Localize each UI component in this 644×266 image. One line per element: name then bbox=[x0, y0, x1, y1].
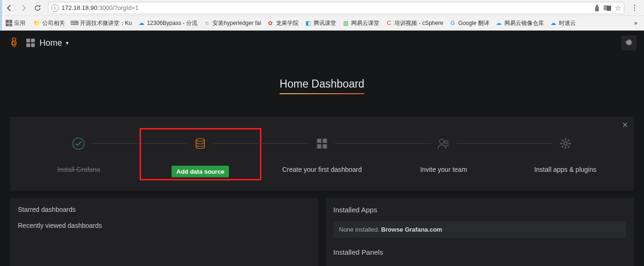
bookmark-label: 网易云课堂 bbox=[351, 19, 379, 27]
bookmark-favicon: ⎋ bbox=[203, 19, 211, 27]
svg-line-28 bbox=[566, 145, 568, 146]
step-label: Install apps & plugins bbox=[534, 166, 596, 173]
translate-icon[interactable] bbox=[604, 5, 611, 11]
bookmark-item[interactable]: ⎋安装hyperledger fal bbox=[200, 19, 264, 27]
apps-button[interactable]: 应用 bbox=[3, 19, 28, 27]
bookmark-item[interactable]: ☁12306Bypass - 分流 bbox=[135, 19, 200, 27]
bookmark-label: 时速云 bbox=[559, 19, 576, 27]
breadcrumb-title: Home bbox=[39, 38, 62, 48]
svg-point-4 bbox=[73, 138, 84, 149]
svg-point-2 bbox=[12, 42, 16, 45]
getting-started-panel: ✕ Install Grafana bbox=[10, 117, 634, 191]
svg-rect-9 bbox=[322, 145, 327, 149]
saved-pw-icon[interactable] bbox=[594, 5, 600, 11]
bookmark-item[interactable]: GGoogle 翻译 bbox=[446, 19, 492, 27]
step-invite-team[interactable]: Invite your team bbox=[383, 131, 504, 177]
bookmark-label: 腾讯课堂 bbox=[314, 19, 336, 27]
step-label: Install Grafana bbox=[57, 166, 100, 173]
bookmark-label: 培训视频 - cSphere bbox=[394, 19, 443, 27]
bookmark-item[interactable]: ⌨开源技术微讲堂：Ku bbox=[68, 19, 135, 27]
starred-dashboards-heading: Starred dashboards bbox=[18, 206, 311, 213]
bookmark-favicon: ✿ bbox=[267, 19, 274, 27]
bookmark-label: 网易云镜像仓库 bbox=[504, 19, 544, 27]
bookmark-label: 安装hyperledger fal bbox=[212, 19, 261, 27]
bookmark-item[interactable]: ◧腾讯课堂 bbox=[301, 19, 339, 27]
users-icon bbox=[437, 134, 451, 153]
step-label: Create your first dashboard bbox=[282, 166, 362, 173]
apps-label: 应用 bbox=[14, 19, 25, 27]
url-host: 172.18.18.90 bbox=[62, 4, 97, 11]
bookmark-label: 开源技术微讲堂：Ku bbox=[80, 19, 132, 27]
url-path: :3000/?orgId=1 bbox=[97, 4, 139, 11]
browse-grafana-link[interactable]: Browse Grafana.com bbox=[381, 226, 442, 233]
step-install-grafana: Install Grafana bbox=[18, 131, 140, 177]
step-install-plugins[interactable]: Install apps & plugins bbox=[504, 131, 626, 177]
installed-apps-heading: Installed Apps bbox=[333, 206, 626, 214]
svg-point-21 bbox=[561, 140, 563, 141]
dashboards-card: Starred dashboards Recently viewed dashb… bbox=[10, 198, 318, 266]
bookmark-item[interactable]: ☁网易云镜像仓库 bbox=[492, 19, 547, 27]
bookmark-favicon: ⌨ bbox=[71, 19, 78, 27]
bookmark-label: 12306Bypass - 分流 bbox=[147, 19, 197, 27]
site-info-icon[interactable]: i bbox=[51, 4, 59, 12]
svg-point-11 bbox=[445, 141, 448, 144]
svg-rect-1 bbox=[607, 6, 611, 11]
check-circle-icon bbox=[71, 134, 86, 153]
close-icon[interactable]: ✕ bbox=[622, 121, 628, 129]
bookmark-favicon: 📁 bbox=[33, 19, 40, 27]
bookmark-favicon: ☁ bbox=[138, 19, 145, 27]
plugins-icon bbox=[558, 134, 573, 153]
bookmark-item[interactable]: C培训视频 - cSphere bbox=[382, 19, 446, 27]
svg-point-5 bbox=[196, 139, 204, 142]
bookmark-label: 公司相关 bbox=[42, 19, 65, 27]
bookmark-favicon: G bbox=[449, 19, 456, 27]
forward-button[interactable] bbox=[17, 1, 30, 15]
bookmark-favicon: ▥ bbox=[342, 19, 349, 27]
bookmark-favicon: C bbox=[385, 19, 393, 27]
url-bar[interactable]: i 172.18.18.90:3000/?orgId=1 ☆ bbox=[48, 2, 624, 14]
gear-icon bbox=[625, 39, 633, 47]
bookmark-star-icon[interactable]: ☆ bbox=[615, 4, 621, 12]
step-create-dashboard[interactable]: Create your first dashboard bbox=[261, 131, 383, 177]
bookmark-favicon: ☁ bbox=[550, 19, 557, 27]
browser-menu-button[interactable]: ⋮ bbox=[628, 3, 641, 12]
dashboard-picker[interactable]: Home ▼ bbox=[39, 38, 70, 48]
bookmark-item[interactable]: 📁公司相关 bbox=[30, 19, 68, 27]
bookmark-label: Google 翻译 bbox=[458, 19, 489, 27]
bookmark-label: 龙果学院 bbox=[276, 19, 298, 27]
add-data-source-button[interactable]: Add data source bbox=[172, 166, 229, 177]
svg-point-10 bbox=[440, 139, 444, 144]
empty-prefix: None installed. bbox=[339, 226, 381, 233]
installed-card: Installed Apps None installed. Browse Gr… bbox=[326, 198, 634, 266]
svg-point-25 bbox=[561, 146, 563, 147]
reload-button[interactable] bbox=[31, 1, 44, 15]
grafana-logo-icon[interactable] bbox=[8, 37, 20, 49]
caret-down-icon: ▼ bbox=[65, 40, 70, 46]
database-icon bbox=[193, 134, 207, 153]
svg-rect-6 bbox=[317, 139, 321, 143]
bookmark-favicon: ☁ bbox=[495, 19, 503, 27]
settings-button[interactable] bbox=[621, 35, 636, 50]
installed-apps-empty: None installed. Browse Grafana.com bbox=[333, 221, 626, 238]
svg-point-17 bbox=[560, 143, 562, 145]
svg-rect-7 bbox=[322, 139, 327, 143]
svg-point-15 bbox=[565, 147, 566, 149]
step-add-data-source[interactable]: Add data source bbox=[140, 131, 261, 177]
bookmark-item[interactable]: ▥网易云课堂 bbox=[339, 19, 382, 27]
svg-point-12 bbox=[564, 142, 566, 145]
bookmark-item[interactable]: ☁时速云 bbox=[547, 19, 579, 27]
apps-icon bbox=[6, 20, 12, 26]
svg-point-13 bbox=[565, 138, 566, 140]
back-button[interactable] bbox=[3, 1, 16, 15]
svg-point-23 bbox=[568, 140, 569, 141]
bookmarks-overflow[interactable]: » bbox=[630, 20, 641, 26]
dashboard-icon bbox=[315, 134, 329, 153]
svg-line-22 bbox=[563, 141, 565, 143]
svg-line-24 bbox=[566, 141, 568, 143]
svg-rect-8 bbox=[317, 145, 321, 149]
dashboards-icon[interactable] bbox=[26, 39, 35, 47]
bookmark-item[interactable]: ✿龙果学院 bbox=[264, 19, 301, 27]
svg-point-27 bbox=[568, 146, 569, 147]
page-title: Home Dashboard bbox=[280, 78, 364, 94]
recent-dashboards-heading: Recently viewed dashboards bbox=[18, 222, 311, 229]
